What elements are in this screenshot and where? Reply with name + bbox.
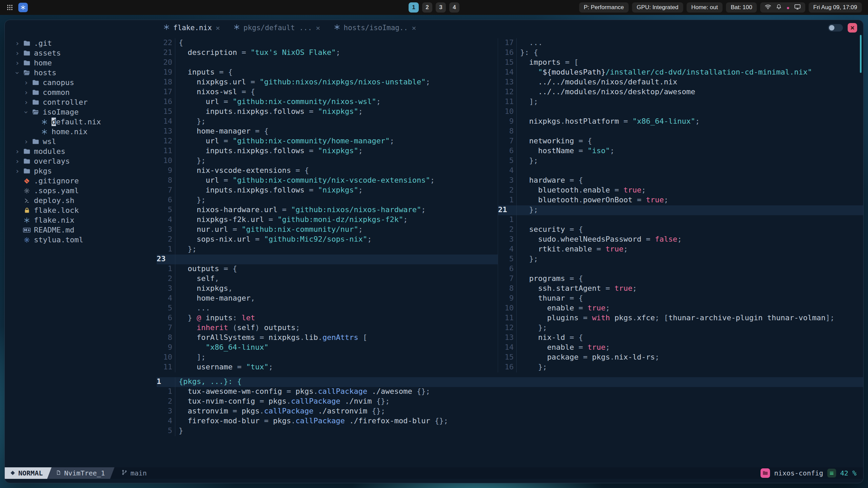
- code-line[interactable]: 5 };: [498, 156, 863, 166]
- workspace-button-4[interactable]: 4: [449, 2, 459, 13]
- code-line[interactable]: 15 package = pkgs.nix-ld-rs;: [498, 353, 863, 363]
- window-close-button[interactable]: ×: [848, 23, 857, 33]
- tab-close-icon[interactable]: ×: [316, 24, 320, 32]
- tree-item-deploy-sh[interactable]: deploy.sh: [5, 196, 157, 205]
- code-line[interactable]: 22{: [157, 38, 498, 48]
- code-line[interactable]: 11 username = "tux";: [157, 363, 498, 372]
- code-line[interactable]: 13 home-manager = {: [157, 127, 498, 137]
- code-line[interactable]: 9 nix-vscode-extensions = {: [157, 166, 498, 176]
- code-line[interactable]: 6 hostName = "iso";: [498, 146, 863, 156]
- tree-item-default-nix[interactable]: default.nix: [5, 117, 157, 127]
- code-line[interactable]: 15 imports = [: [498, 58, 863, 68]
- tree-item--sops-yaml[interactable]: .sops.yaml: [5, 186, 157, 196]
- status-item[interactable]: P: Performance: [579, 2, 629, 13]
- nix-logo-icon[interactable]: [18, 3, 28, 12]
- code-line[interactable]: 7 inherit (self) outputs;: [157, 323, 498, 333]
- tree-item-isoImage[interactable]: ›isoImage: [5, 107, 157, 117]
- code-line[interactable]: 3 astronvim = pkgs.callPackage ./astronv…: [157, 407, 863, 416]
- code-line[interactable]: 15 inputs.nixpkgs.follows = "nixpkgs";: [157, 107, 498, 117]
- code-line[interactable]: 4 rtkit.enable = true;: [498, 245, 863, 255]
- code-line[interactable]: 10 enable = true;: [498, 304, 863, 313]
- code-line[interactable]: 3 nur.url = "github:nix-community/nur";: [157, 225, 498, 235]
- code-line[interactable]: 11 inputs.nixpkgs.follows = "nixpkgs";: [157, 146, 498, 156]
- tab-close-icon[interactable]: ×: [216, 24, 220, 32]
- clock[interactable]: Fri Aug 09, 17:09: [809, 2, 862, 13]
- tree-item-common[interactable]: ›common: [5, 87, 157, 97]
- code-line[interactable]: 19 inputs = {: [157, 68, 498, 78]
- code-line[interactable]: 3 hardware = {: [498, 176, 863, 186]
- tree-item-assets[interactable]: ›assets: [5, 48, 157, 58]
- tree-item-modules[interactable]: ›modules: [5, 146, 157, 156]
- code-line[interactable]: 10 ];: [157, 353, 498, 363]
- code-line[interactable]: 8 forAllSystems = nixpkgs.lib.genAttrs [: [157, 333, 498, 343]
- workspace-button-2[interactable]: 2: [422, 2, 432, 13]
- chevron-icon[interactable]: ›: [22, 89, 31, 96]
- code-line[interactable]: 2 tux-nvim-config = pkgs.callPackage ./n…: [157, 397, 863, 407]
- chevron-icon[interactable]: ›: [13, 59, 22, 67]
- chevron-icon[interactable]: ›: [13, 49, 22, 57]
- code-line[interactable]: 8: [498, 127, 863, 137]
- code-line[interactable]: 7 programs = {: [498, 274, 863, 284]
- code-line[interactable]: 2 bluetooth.enable = true;: [498, 186, 863, 196]
- code-line[interactable]: 12 ../../modules/nixos/desktop/awesome: [498, 87, 863, 97]
- chevron-icon[interactable]: ›: [14, 68, 21, 77]
- code-line[interactable]: 2 security = {: [498, 225, 863, 235]
- tree-item-stylua-toml[interactable]: stylua.toml: [5, 235, 157, 245]
- tree-item-README-md[interactable]: README.md: [5, 225, 157, 235]
- chevron-icon[interactable]: ›: [22, 99, 31, 106]
- code-line[interactable]: 6 };: [157, 196, 498, 205]
- tree-item-canopus[interactable]: ›canopus: [5, 78, 157, 87]
- tree-item--gitignore[interactable]: .gitignore: [5, 176, 157, 186]
- code-line[interactable]: 17 ...: [498, 38, 863, 48]
- code-line[interactable]: 3 nixpkgs,: [157, 284, 498, 294]
- tree-item-wsl[interactable]: ›wsl: [5, 137, 157, 146]
- code-line[interactable]: 1 bluetooth.powerOnBoot = true;: [498, 196, 863, 205]
- wifi-icon[interactable]: [765, 3, 771, 12]
- chevron-icon[interactable]: ›: [13, 40, 22, 47]
- tree-item-hosts[interactable]: ›hosts: [5, 68, 157, 78]
- code-line[interactable]: 9 "x86_64-linux": [157, 343, 498, 353]
- code-line[interactable]: 11 plugins = with pkgs.xfce; [thunar-arc…: [498, 313, 863, 323]
- code-line[interactable]: 16 };: [498, 363, 863, 372]
- tab-pkgs-default-[interactable]: pkgs/default ...×: [227, 20, 327, 36]
- code-line[interactable]: 20: [157, 58, 498, 68]
- code-line[interactable]: 6 } @ inputs: let: [157, 313, 498, 323]
- record-dot-icon[interactable]: ●: [786, 5, 789, 10]
- code-line[interactable]: 23: [157, 255, 498, 264]
- code-line[interactable]: 3 sudo.wheelNeedsPassword = false;: [498, 235, 863, 245]
- tab-close-icon[interactable]: ×: [412, 24, 416, 32]
- code-line[interactable]: 13 ../../modules/nixos/default.nix: [498, 78, 863, 87]
- code-line[interactable]: 6: [498, 264, 863, 274]
- code-line[interactable]: 4 nixpkgs-f2k.url = "github:moni-dz/nixp…: [157, 215, 498, 225]
- tree-item-home[interactable]: ›home: [5, 58, 157, 68]
- toggle-switch[interactable]: [828, 24, 843, 32]
- tree-item-flake-lock[interactable]: flake.lock: [5, 205, 157, 215]
- tree-item-overlays[interactable]: ›overlays: [5, 156, 157, 166]
- git-branch[interactable]: main: [121, 469, 147, 477]
- bell-icon[interactable]: [776, 3, 782, 12]
- code-line[interactable]: 4 firefox-mod-blur = pkgs.callPackage ./…: [157, 416, 863, 426]
- code-line[interactable]: 2 self,: [157, 274, 498, 284]
- code-line[interactable]: 18 nixpkgs.url = "github:nixos/nixpkgs/n…: [157, 78, 498, 87]
- code-line[interactable]: 8 url = "github:nix-community/nix-vscode…: [157, 176, 498, 186]
- scrollbar[interactable]: [860, 35, 862, 73]
- chevron-icon[interactable]: ›: [22, 79, 31, 86]
- chevron-icon[interactable]: ›: [22, 138, 31, 145]
- code-line[interactable]: 12 url = "github:nix-community/home-mana…: [157, 137, 498, 146]
- display-icon[interactable]: [794, 3, 801, 12]
- code-line[interactable]: 5 nixos-hardware.url = "github:nixos/nix…: [157, 205, 498, 215]
- tree-item-home-nix[interactable]: home.nix: [5, 127, 157, 137]
- code-line[interactable]: 14 };: [157, 117, 498, 127]
- code-line[interactable]: 21 description = "tux's NixOS Flake";: [157, 48, 498, 58]
- tree-item-pkgs[interactable]: ›pkgs: [5, 166, 157, 176]
- chevron-icon[interactable]: ›: [22, 108, 30, 117]
- status-item[interactable]: GPU: Integrated: [632, 2, 683, 13]
- apps-grid-icon[interactable]: [7, 4, 13, 11]
- tab-hosts-isoImag-[interactable]: hosts/isoImag..×: [327, 20, 423, 36]
- code-line[interactable]: 11 ];: [498, 97, 863, 107]
- code-line[interactable]: 13 nix-ld = {: [498, 333, 863, 343]
- code-line[interactable]: 16}: {: [498, 48, 863, 58]
- workspace-button-3[interactable]: 3: [436, 2, 446, 13]
- code-line[interactable]: 10: [498, 107, 863, 117]
- code-line[interactable]: 1: [498, 215, 863, 225]
